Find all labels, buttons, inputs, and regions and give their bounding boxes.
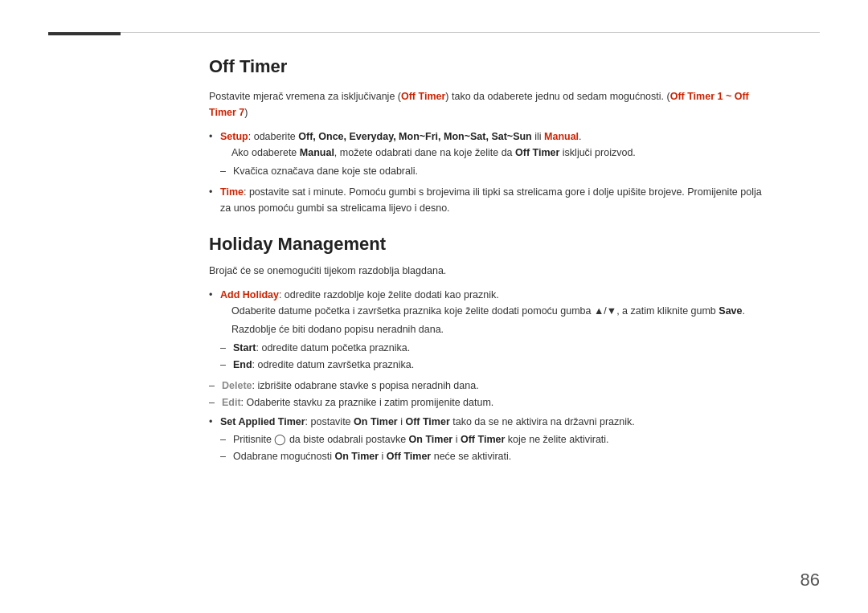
dash-edit: Edit: Odaberite stavku za praznike i zat… xyxy=(209,394,772,411)
off-timer-intro: Postavite mjerač vremena za isključivanj… xyxy=(209,88,772,121)
off-timer-bullet-list: Setup: odaberite Off, Once, Everyday, Mo… xyxy=(209,129,772,216)
dash-pritisnite: Pritisnite ◯ da biste odabrali postavke … xyxy=(220,431,772,447)
holiday-management-title: Holiday Management xyxy=(209,234,772,255)
bullet-add-holiday: Add Holiday: odredite razdoblje koje žel… xyxy=(209,287,772,373)
set-applied-timer-list: Set Applied Timer: postavite On Timer i … xyxy=(209,414,772,464)
page-container: Off Timer Postavite mjerač vremena za is… xyxy=(0,0,868,613)
left-accent xyxy=(48,32,121,35)
holiday-bullet-list: Add Holiday: odredite razdoblje koje žel… xyxy=(209,287,772,373)
dash-start: Start: odredite datum početka praznika. xyxy=(220,340,772,356)
dash-odabrane: Odabrane mogućnosti On Timer i Off Timer… xyxy=(220,448,772,464)
set-applied-timer-dashes: Pritisnite ◯ da biste odabrali postavke … xyxy=(220,431,772,464)
bullet-set-applied-timer: Set Applied Timer: postavite On Timer i … xyxy=(209,414,772,464)
add-holiday-sub1: Odaberite datume početka i završetka pra… xyxy=(220,303,772,319)
top-border xyxy=(48,32,820,33)
setup-dash1: Kvačica označava dane koje ste odabrali. xyxy=(220,163,772,179)
holiday-extra-dashes: Delete: izbrišite odabrane stavke s popi… xyxy=(209,378,772,411)
holiday-intro: Brojač će se onemogućiti tijekom razdobl… xyxy=(209,263,772,279)
add-holiday-dashes: Start: odredite datum početka praznika. … xyxy=(220,340,772,373)
dash-end: End: odredite datum završetka praznika. xyxy=(220,357,772,373)
bullet-time: Time: postavite sat i minute. Pomoću gum… xyxy=(209,184,772,216)
dash-delete: Delete: izbrišite odabrane stavke s popi… xyxy=(209,378,772,394)
bullet-setup: Setup: odaberite Off, Once, Everyday, Mo… xyxy=(209,129,772,179)
setup-sub-text: Ako odaberete Manual, možete odabrati da… xyxy=(220,145,772,161)
content-area: Off Timer Postavite mjerač vremena za is… xyxy=(48,56,820,464)
setup-sub-list: Kvačica označava dane koje ste odabrali. xyxy=(220,163,772,179)
off-timer-title: Off Timer xyxy=(209,56,772,77)
page-number: 86 xyxy=(800,570,820,591)
add-holiday-sub2: Razdoblje će biti dodano popisu neradnih… xyxy=(220,321,772,337)
